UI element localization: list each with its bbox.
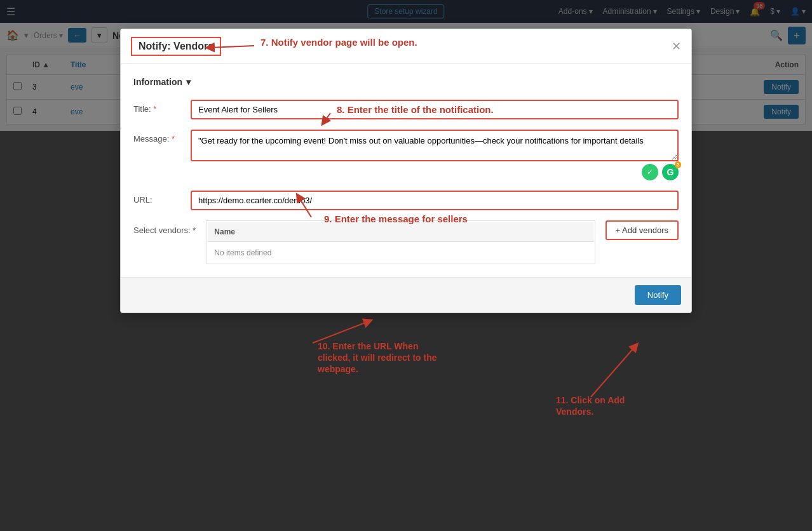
message-textarea[interactable]: "Get ready for the upcoming event! Don't… (191, 130, 679, 131)
title-row: Title: * (133, 100, 679, 119)
section-header[interactable]: Information ▾ (133, 77, 679, 87)
title-input[interactable] (191, 100, 679, 119)
message-row: Message: * "Get ready for the upcoming e… (133, 130, 679, 131)
section-dropdown-icon: ▾ (186, 77, 191, 87)
notify-vendors-modal: Notify: Vendors ✕ Information ▾ Title: *… (120, 29, 692, 131)
message-label: Message: * (133, 130, 191, 131)
section-label: Information (133, 77, 182, 87)
title-label: Title: * (133, 100, 191, 114)
modal-body: Information ▾ Title: * Message: * "Get r… (121, 64, 691, 131)
modal-close-button[interactable]: ✕ (672, 39, 681, 53)
modal-title: Notify: Vendors (131, 37, 221, 56)
modal-header: Notify: Vendors ✕ (121, 29, 691, 64)
